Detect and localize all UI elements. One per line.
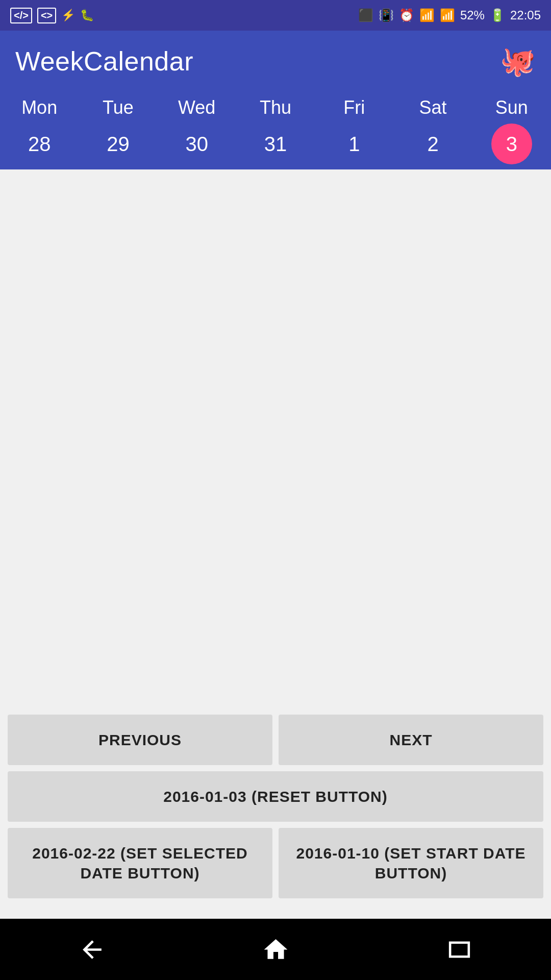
day-name-sun: Sun xyxy=(495,97,528,118)
set-selected-date-button[interactable]: 2016-02-22 (SET SELECTED DATE BUTTON) xyxy=(8,828,272,898)
battery-icon: 🔋 xyxy=(490,8,505,22)
alarm-icon: ⏰ xyxy=(399,8,414,22)
buttons-area: PREVIOUS NEXT 2016-01-03 (RESET BUTTON) … xyxy=(0,715,551,898)
nav-bar xyxy=(0,919,551,980)
bug-icon: 🐛 xyxy=(80,9,94,22)
day-col-thu[interactable]: Thu31 xyxy=(236,97,315,164)
day-col-wed[interactable]: Wed30 xyxy=(158,97,236,164)
week-calendar-header: Mon28Tue29Wed30Thu31Fri1Sat2Sun3 xyxy=(0,92,551,169)
day-col-sat[interactable]: Sat2 xyxy=(393,97,472,164)
day-number-fri[interactable]: 1 xyxy=(334,124,374,164)
reset-button[interactable]: 2016-01-03 (RESET BUTTON) xyxy=(8,771,543,822)
day-number-sun[interactable]: 3 xyxy=(491,124,532,164)
signal-icon: 📶 xyxy=(440,8,455,22)
day-col-sun[interactable]: Sun3 xyxy=(472,97,551,164)
day-number-wed[interactable]: 30 xyxy=(177,124,217,164)
cast-icon: ⬛ xyxy=(358,8,373,22)
previous-button[interactable]: PREVIOUS xyxy=(8,715,272,765)
app-bar: WeekCalendar 🐙 xyxy=(0,31,551,92)
day-name-wed: Wed xyxy=(178,97,215,118)
dev-icon-2: <> xyxy=(37,8,56,23)
day-name-fri: Fri xyxy=(343,97,365,118)
app-title: WeekCalendar xyxy=(15,46,193,77)
vibrate-icon: 📳 xyxy=(379,8,394,22)
battery-text: 52% xyxy=(460,8,485,22)
day-number-thu[interactable]: 31 xyxy=(255,124,296,164)
recents-button[interactable] xyxy=(434,929,485,970)
github-icon-button[interactable]: 🐙 xyxy=(500,44,536,78)
set-start-date-button[interactable]: 2016-01-10 (SET START DATE BUTTON) xyxy=(279,828,543,898)
day-col-fri[interactable]: Fri1 xyxy=(315,97,393,164)
reset-button-row: 2016-01-03 (RESET BUTTON) xyxy=(8,771,543,822)
status-icons-left: </> <> ⚡ 🐛 xyxy=(10,8,94,23)
day-number-mon[interactable]: 28 xyxy=(19,124,60,164)
home-button[interactable] xyxy=(250,929,301,970)
nav-buttons-row: PREVIOUS NEXT xyxy=(8,715,543,765)
next-button[interactable]: NEXT xyxy=(279,715,543,765)
back-button[interactable] xyxy=(66,929,117,970)
status-bar: </> <> ⚡ 🐛 ⬛ 📳 ⏰ 📶 📶 52% 🔋 22:05 xyxy=(0,0,551,31)
day-col-mon[interactable]: Mon28 xyxy=(0,97,79,164)
day-name-thu: Thu xyxy=(260,97,291,118)
date-set-buttons-row: 2016-02-22 (SET SELECTED DATE BUTTON) 20… xyxy=(8,828,543,898)
day-col-tue[interactable]: Tue29 xyxy=(79,97,157,164)
day-name-mon: Mon xyxy=(21,97,57,118)
usb-icon: ⚡ xyxy=(61,9,75,22)
time-display: 22:05 xyxy=(510,8,541,22)
dev-icon-1: </> xyxy=(10,8,32,23)
day-number-tue[interactable]: 29 xyxy=(97,124,138,164)
day-name-tue: Tue xyxy=(103,97,134,118)
main-content: PREVIOUS NEXT 2016-01-03 (RESET BUTTON) … xyxy=(0,169,551,919)
day-name-sat: Sat xyxy=(419,97,447,118)
wifi-icon: 📶 xyxy=(419,8,435,22)
day-number-sat[interactable]: 2 xyxy=(413,124,454,164)
status-icons-right: ⬛ 📳 ⏰ 📶 📶 52% 🔋 22:05 xyxy=(358,8,541,22)
